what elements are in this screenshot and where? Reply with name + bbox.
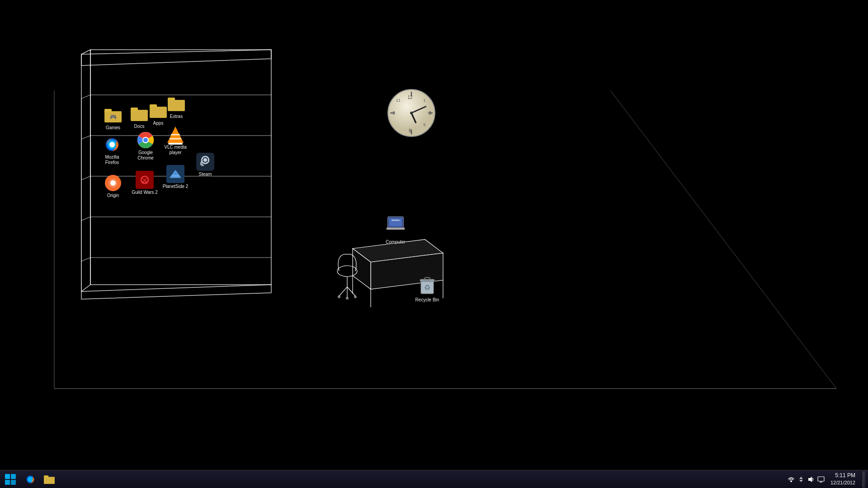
svg-line-77 <box>339 287 347 296</box>
tray-icon-expand[interactable] <box>797 475 805 483</box>
svg-point-43 <box>110 180 116 186</box>
svg-text:♻: ♻ <box>424 284 430 291</box>
icon-extras[interactable]: Extras <box>163 95 190 119</box>
docs-label: Docs <box>134 124 145 129</box>
svg-line-16 <box>81 258 90 261</box>
steam-label: Steam <box>199 172 212 177</box>
extras-folder-icon <box>167 95 185 113</box>
ps2-label: PlanetSide 2 <box>163 184 189 189</box>
taskbar-explorer[interactable] <box>40 471 58 488</box>
icon-vlc[interactable]: VLC media player <box>162 126 189 155</box>
svg-rect-86 <box>389 218 402 226</box>
tray-icon-network[interactable] <box>787 475 795 483</box>
gw2-icon: ⚔ <box>136 171 154 189</box>
icon-steam[interactable]: Steam <box>192 153 219 177</box>
computer-icon-img <box>384 215 407 239</box>
taskbar-explorer-icon <box>44 474 55 485</box>
start-button[interactable] <box>0 471 20 488</box>
svg-point-81 <box>354 296 357 298</box>
svg-rect-100 <box>44 477 55 483</box>
tray-icon-volume[interactable] <box>807 475 815 483</box>
svg-marker-6 <box>81 285 271 299</box>
svg-line-78 <box>347 287 355 296</box>
recycle-bin-label: Recycle Bin <box>415 297 439 302</box>
svg-rect-94 <box>5 480 10 485</box>
steam-icon <box>196 153 214 171</box>
icon-origin[interactable]: Origin <box>99 174 127 198</box>
svg-rect-93 <box>11 474 16 479</box>
svg-rect-85 <box>387 228 405 230</box>
svg-point-67 <box>410 112 413 114</box>
svg-text:5: 5 <box>423 122 425 127</box>
svg-line-8 <box>81 95 90 99</box>
svg-text:🎮: 🎮 <box>110 113 117 120</box>
svg-marker-102 <box>799 477 803 479</box>
chrome-icon <box>137 131 155 149</box>
taskbar-date: 12/21/2012 <box>830 479 855 486</box>
svg-text:9: 9 <box>392 111 395 116</box>
computer-label: Computer <box>386 239 406 244</box>
svg-marker-103 <box>799 480 803 482</box>
desktop: 🎮 Games Docs Apps <box>0 0 868 470</box>
vlc-label: VLC media player <box>162 145 189 155</box>
svg-text:6: 6 <box>409 128 411 133</box>
games-label: Games <box>106 125 120 131</box>
windows-logo-icon <box>4 473 17 486</box>
svg-marker-4 <box>81 50 271 66</box>
icon-computer[interactable]: Computer <box>380 215 411 244</box>
svg-line-10 <box>81 136 90 139</box>
svg-point-36 <box>143 138 148 142</box>
svg-point-101 <box>790 480 792 482</box>
svg-point-51 <box>203 158 207 162</box>
svg-text:11: 11 <box>396 98 401 103</box>
svg-line-14 <box>81 217 90 221</box>
icon-ps2[interactable]: PlanetSide 2 <box>162 165 189 189</box>
icon-games[interactable]: 🎮 Games <box>99 106 127 131</box>
svg-marker-5 <box>81 50 90 291</box>
icon-recycle-bin[interactable]: ♻ Recycle Bin <box>411 276 443 302</box>
svg-rect-95 <box>11 480 16 485</box>
svg-point-80 <box>338 296 340 298</box>
vlc-icon <box>166 126 184 144</box>
origin-icon <box>104 174 122 192</box>
recycle-bin-icon-img: ♻ <box>418 276 436 297</box>
svg-text:12: 12 <box>407 95 413 100</box>
show-desktop-button[interactable] <box>863 471 865 488</box>
svg-rect-105 <box>818 477 824 481</box>
gw2-label: Guild Wars 2 <box>132 190 157 195</box>
taskbar-clock[interactable]: 5:11 PM 12/21/2012 <box>827 472 859 486</box>
taskbar-firefox[interactable] <box>21 471 39 488</box>
firefox-icon <box>103 136 121 154</box>
ps2-icon <box>166 165 184 183</box>
icon-chrome[interactable]: Google Chrome <box>132 131 159 161</box>
taskbar: 5:11 PM 12/21/2012 <box>0 470 868 488</box>
tray-icon-display[interactable] <box>817 475 825 483</box>
svg-rect-92 <box>5 474 10 479</box>
icon-gw2[interactable]: ⚔ Guild Wars 2 <box>131 171 158 195</box>
taskbar-right: 5:11 PM 12/21/2012 <box>787 471 868 488</box>
svg-point-82 <box>346 297 349 300</box>
svg-rect-87 <box>392 220 400 221</box>
svg-rect-30 <box>168 100 184 111</box>
svg-point-33 <box>109 142 115 147</box>
svg-line-2 <box>610 90 836 389</box>
clock-face: 12 6 9 3 1 5 11 <box>387 88 436 138</box>
svg-rect-48 <box>172 175 179 177</box>
clock-widget: 12 6 9 3 1 5 11 <box>387 88 436 138</box>
chrome-label: Google Chrome <box>132 150 159 161</box>
extras-label: Extras <box>170 114 183 119</box>
firefox-label: Mozilla Firefox <box>99 155 126 165</box>
taskbar-firefox-icon <box>25 474 36 485</box>
taskbar-time: 5:11 PM <box>830 472 855 479</box>
svg-marker-104 <box>808 477 812 482</box>
svg-line-12 <box>81 176 90 180</box>
games-folder-icon: 🎮 <box>104 106 122 124</box>
svg-text:3: 3 <box>429 111 431 116</box>
origin-label: Origin <box>107 193 119 198</box>
svg-point-97 <box>28 477 33 482</box>
icon-firefox[interactable]: Mozilla Firefox <box>99 136 126 165</box>
svg-text:1: 1 <box>423 98 425 103</box>
